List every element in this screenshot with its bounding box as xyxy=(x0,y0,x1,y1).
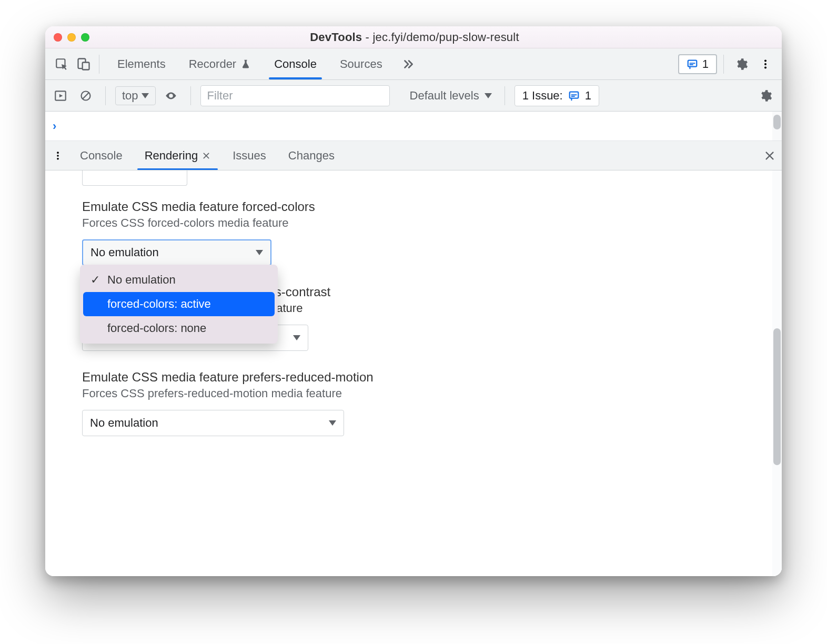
issues-label: 1 Issue: xyxy=(522,89,563,103)
tab-elements[interactable]: Elements xyxy=(107,48,176,79)
console-toolbar: top Default levels 1 Issue: 1 xyxy=(45,80,782,112)
drawer-tab-label: Issues xyxy=(233,149,266,163)
prefers-reduced-motion-select[interactable]: No emulation xyxy=(82,410,344,436)
main-toolbar: Elements Recorder Console Sources xyxy=(45,48,782,80)
execution-context-picker[interactable]: top xyxy=(115,86,156,105)
devtools-window: DevTools - jec.fyi/demo/pup-slow-result … xyxy=(45,26,782,576)
tab-label: Sources xyxy=(340,57,382,71)
dropdown-option-no-emulation[interactable]: ✓ No emulation xyxy=(83,268,275,292)
window-title: DevTools - jec.fyi/demo/pup-slow-result xyxy=(89,31,740,44)
section-subtitle: Forces CSS prefers-reduced-motion media … xyxy=(82,387,745,400)
traffic-lights xyxy=(54,33,89,42)
clear-console-button[interactable] xyxy=(76,85,96,107)
rendering-pane: Emulate CSS media feature forced-colors … xyxy=(45,170,782,576)
settings-button[interactable] xyxy=(730,53,752,75)
section-prefers-reduced-motion: Emulate CSS media feature prefers-reduce… xyxy=(82,370,745,436)
main-menu-button[interactable] xyxy=(754,53,776,75)
caret-down-icon xyxy=(329,420,336,426)
option-label: forced-colors: active xyxy=(107,297,211,311)
select-value: No emulation xyxy=(90,416,158,430)
window-zoom-button[interactable] xyxy=(81,33,89,42)
clear-icon xyxy=(79,89,92,102)
window-close-button[interactable] xyxy=(54,33,62,42)
tab-recorder[interactable]: Recorder xyxy=(178,48,261,79)
tab-label: Elements xyxy=(117,57,166,71)
caret-down-icon xyxy=(256,250,263,255)
chevron-right-icon: › xyxy=(53,119,56,133)
separator xyxy=(723,55,724,74)
drawer-tab-label: Rendering xyxy=(145,149,198,163)
partial-previous-select[interactable] xyxy=(82,170,187,186)
tab-console[interactable]: Console xyxy=(264,48,327,79)
toolbar-right: 1 xyxy=(678,53,776,75)
eye-icon xyxy=(164,89,178,103)
inspect-element-icon[interactable] xyxy=(51,53,73,75)
separator xyxy=(99,55,99,74)
tab-label: Recorder xyxy=(189,57,236,71)
live-expression-button[interactable] xyxy=(161,85,181,107)
option-label: forced-colors: none xyxy=(107,321,206,335)
play-in-box-icon xyxy=(54,89,67,103)
caret-down-icon xyxy=(485,93,492,98)
log-levels-picker[interactable]: Default levels xyxy=(407,89,495,103)
section-subtitle: Forces CSS forced-colors media feature xyxy=(82,216,745,230)
select-value: No emulation xyxy=(90,246,159,259)
section-title: Emulate CSS media feature forced-colors xyxy=(82,199,745,214)
drawer-tab-rendering[interactable]: Rendering xyxy=(134,141,221,170)
context-label: top xyxy=(122,89,138,103)
issues-badge[interactable]: 1 xyxy=(678,54,717,74)
drawer-tab-label: Changes xyxy=(288,149,335,163)
close-icon xyxy=(764,150,775,162)
titlebar: DevTools - jec.fyi/demo/pup-slow-result xyxy=(45,26,782,48)
pane-scrollbar-thumb[interactable] xyxy=(773,328,781,465)
scrollbar-thumb[interactable] xyxy=(773,115,781,129)
drawer-tabstrip: Console Rendering Issues Changes xyxy=(45,141,782,170)
section-forced-colors: Emulate CSS media feature forced-colors … xyxy=(82,199,745,266)
window-title-url: jec.fyi/demo/pup-slow-result xyxy=(372,31,519,44)
console-sidebar-toggle[interactable] xyxy=(51,85,70,107)
issues-counter[interactable]: 1 Issue: 1 xyxy=(515,85,599,106)
tab-label: Console xyxy=(274,57,317,71)
separator xyxy=(190,86,191,105)
drawer-menu-button[interactable] xyxy=(48,150,67,161)
forced-colors-select[interactable]: No emulation xyxy=(82,239,271,266)
gear-icon xyxy=(734,57,748,71)
more-tabs-button[interactable] xyxy=(395,48,421,79)
chevrons-right-icon xyxy=(401,57,415,71)
drawer-close-button[interactable] xyxy=(764,150,775,162)
check-icon: ✓ xyxy=(89,273,101,287)
main-tabs: Elements Recorder Console Sources xyxy=(107,48,421,79)
separator xyxy=(105,86,106,105)
pane-scrollbar[interactable] xyxy=(772,170,782,576)
dots-vertical-icon xyxy=(53,150,63,161)
levels-label: Default levels xyxy=(410,89,479,103)
drawer-tab-issues[interactable]: Issues xyxy=(222,141,277,170)
dots-vertical-icon xyxy=(760,58,771,70)
console-prompt-area[interactable]: › xyxy=(45,112,782,141)
chat-icon xyxy=(687,58,698,70)
drawer-tab-changes[interactable]: Changes xyxy=(278,141,345,170)
window-title-prefix: DevTools xyxy=(310,31,362,44)
dropdown-option-forced-colors-none[interactable]: forced-colors: none xyxy=(83,316,275,340)
drawer-tab-label: Console xyxy=(80,149,123,163)
drawer-tab-console[interactable]: Console xyxy=(69,141,133,170)
separator xyxy=(505,86,505,105)
chat-icon xyxy=(568,90,580,102)
dropdown-option-forced-colors-active[interactable]: forced-colors: active xyxy=(83,292,275,316)
tab-close-icon[interactable] xyxy=(202,152,210,160)
console-settings-button[interactable] xyxy=(754,85,776,107)
tab-sources[interactable]: Sources xyxy=(329,48,393,79)
scrollbar[interactable] xyxy=(772,112,782,140)
flask-icon xyxy=(240,59,251,69)
filter-input[interactable] xyxy=(200,85,390,106)
window-minimize-button[interactable] xyxy=(67,33,76,42)
section-title: Emulate CSS media feature prefers-reduce… xyxy=(82,370,745,385)
issues-badge-count: 1 xyxy=(702,57,709,71)
forced-colors-dropdown: ✓ No emulation forced-colors: active for… xyxy=(80,265,278,344)
option-label: No emulation xyxy=(107,273,176,287)
gear-icon xyxy=(759,89,772,103)
caret-down-icon xyxy=(142,93,149,98)
caret-down-icon xyxy=(293,335,300,340)
issues-count: 1 xyxy=(585,89,591,103)
device-toolbar-icon[interactable] xyxy=(73,53,95,75)
